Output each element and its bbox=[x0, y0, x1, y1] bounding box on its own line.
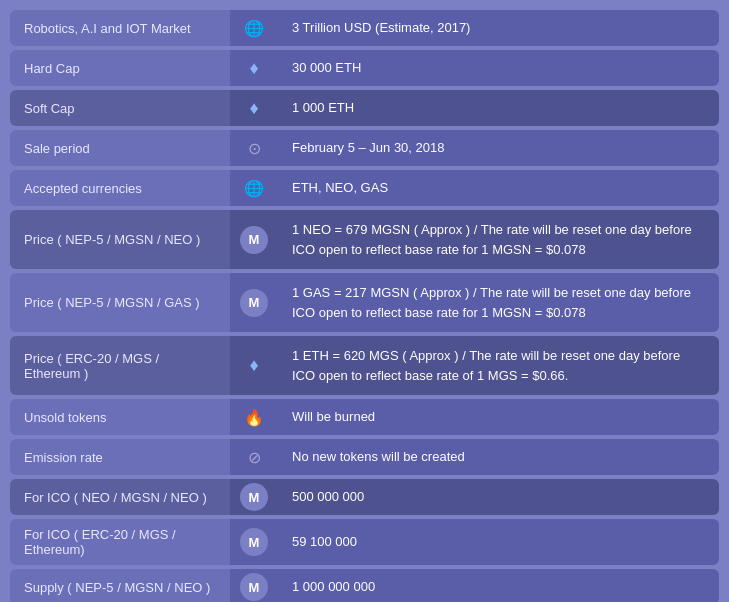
eth-icon: ♦ bbox=[249, 98, 258, 119]
row-label: Supply ( NEP-5 / MGSN / NEO ) bbox=[10, 569, 230, 602]
row-label: Robotics, A.I and IOT Market bbox=[10, 10, 230, 46]
row-value: 1 000 000 000 bbox=[278, 569, 719, 602]
row-label: Unsold tokens bbox=[10, 399, 230, 435]
row-icon-cell: ♦ bbox=[230, 336, 278, 395]
table-row: Price ( ERC-20 / MGS / Ethereum )♦1 ETH … bbox=[10, 336, 719, 395]
table-row: Price ( NEP-5 / MGSN / NEO )M1 NEO = 679… bbox=[10, 210, 719, 269]
table-row: Sale period⊙February 5 – Jun 30, 2018 bbox=[10, 130, 719, 166]
row-label: Sale period bbox=[10, 130, 230, 166]
table-row: Price ( NEP-5 / MGSN / GAS )M1 GAS = 217… bbox=[10, 273, 719, 332]
m-icon: M bbox=[240, 226, 268, 254]
row-value: No new tokens will be created bbox=[278, 439, 719, 475]
eth-icon: ♦ bbox=[249, 355, 258, 376]
table-row: For ICO ( ERC-20 / MGS / Ethereum)M59 10… bbox=[10, 519, 719, 565]
ban-icon: ⊘ bbox=[248, 448, 261, 467]
row-value: 30 000 ETH bbox=[278, 50, 719, 86]
table-row: Hard Cap♦30 000 ETH bbox=[10, 50, 719, 86]
row-label: Hard Cap bbox=[10, 50, 230, 86]
table-row: Supply ( NEP-5 / MGSN / NEO )M1 000 000 … bbox=[10, 569, 719, 602]
row-value: ETH, NEO, GAS bbox=[278, 170, 719, 206]
table-row: Soft Cap♦1 000 ETH bbox=[10, 90, 719, 126]
row-label: Price ( ERC-20 / MGS / Ethereum ) bbox=[10, 336, 230, 395]
row-value: 500 000 000 bbox=[278, 479, 719, 515]
table-row: Emission rate⊘No new tokens will be crea… bbox=[10, 439, 719, 475]
row-icon-cell: ⊘ bbox=[230, 439, 278, 475]
row-label: Soft Cap bbox=[10, 90, 230, 126]
row-icon-cell: ♦ bbox=[230, 50, 278, 86]
row-label: For ICO ( NEO / MGSN / NEO ) bbox=[10, 479, 230, 515]
row-value: 1 ETH = 620 MGS ( Approx ) / The rate wi… bbox=[278, 336, 719, 395]
row-icon-cell: 🌐 bbox=[230, 170, 278, 206]
m-icon: M bbox=[240, 483, 268, 511]
row-value: 59 100 000 bbox=[278, 519, 719, 565]
row-value: 3 Trillion USD (Estimate, 2017) bbox=[278, 10, 719, 46]
m-icon: M bbox=[240, 289, 268, 317]
fire-icon: 🔥 bbox=[244, 408, 264, 427]
m-icon: M bbox=[240, 528, 268, 556]
row-value: 1 000 ETH bbox=[278, 90, 719, 126]
row-icon-cell: M bbox=[230, 479, 278, 515]
eth-icon: ♦ bbox=[249, 58, 258, 79]
token-info-table: Robotics, A.I and IOT Market🌐3 Trillion … bbox=[10, 10, 719, 602]
table-row: Robotics, A.I and IOT Market🌐3 Trillion … bbox=[10, 10, 719, 46]
row-label: Emission rate bbox=[10, 439, 230, 475]
row-icon-cell: ♦ bbox=[230, 90, 278, 126]
row-label: Price ( NEP-5 / MGSN / GAS ) bbox=[10, 273, 230, 332]
row-label: For ICO ( ERC-20 / MGS / Ethereum) bbox=[10, 519, 230, 565]
table-row: Accepted currencies🌐ETH, NEO, GAS bbox=[10, 170, 719, 206]
row-icon-cell: ⊙ bbox=[230, 130, 278, 166]
row-value: Will be burned bbox=[278, 399, 719, 435]
m-icon: M bbox=[240, 573, 268, 601]
clock-icon: ⊙ bbox=[248, 139, 261, 158]
row-value: February 5 – Jun 30, 2018 bbox=[278, 130, 719, 166]
world-icon: 🌐 bbox=[244, 19, 264, 38]
row-icon-cell: M bbox=[230, 210, 278, 269]
table-row: For ICO ( NEO / MGSN / NEO )M500 000 000 bbox=[10, 479, 719, 515]
row-icon-cell: 🔥 bbox=[230, 399, 278, 435]
row-label: Price ( NEP-5 / MGSN / NEO ) bbox=[10, 210, 230, 269]
row-icon-cell: M bbox=[230, 519, 278, 565]
row-icon-cell: 🌐 bbox=[230, 10, 278, 46]
row-icon-cell: M bbox=[230, 273, 278, 332]
row-value: 1 NEO = 679 MGSN ( Approx ) / The rate w… bbox=[278, 210, 719, 269]
row-icon-cell: M bbox=[230, 569, 278, 602]
row-label: Accepted currencies bbox=[10, 170, 230, 206]
world-icon: 🌐 bbox=[244, 179, 264, 198]
row-value: 1 GAS = 217 MGSN ( Approx ) / The rate w… bbox=[278, 273, 719, 332]
table-row: Unsold tokens🔥Will be burned bbox=[10, 399, 719, 435]
